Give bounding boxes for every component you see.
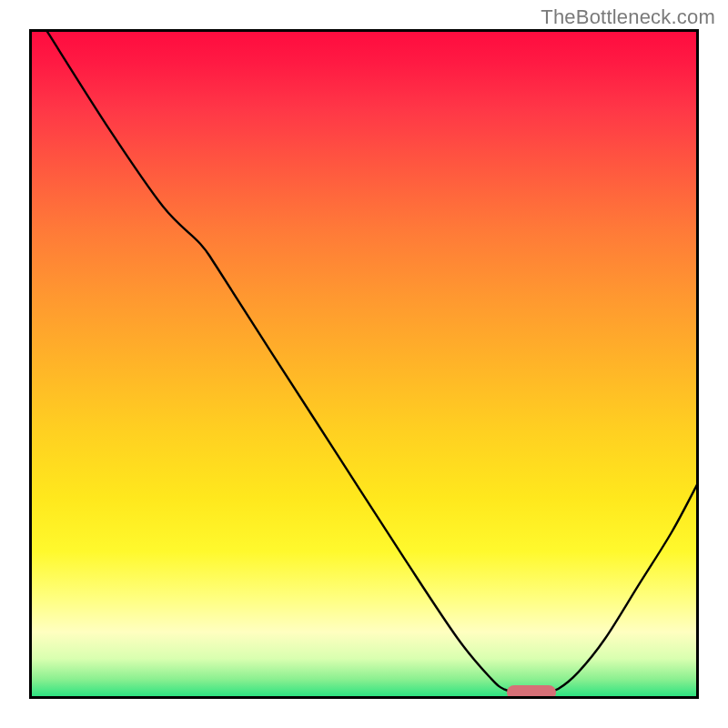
plot-area: [29, 29, 699, 699]
attribution-text: TheBottleneck.com: [541, 5, 715, 29]
plot-border: [29, 29, 699, 699]
chart-frame: TheBottleneck.com: [0, 0, 728, 728]
